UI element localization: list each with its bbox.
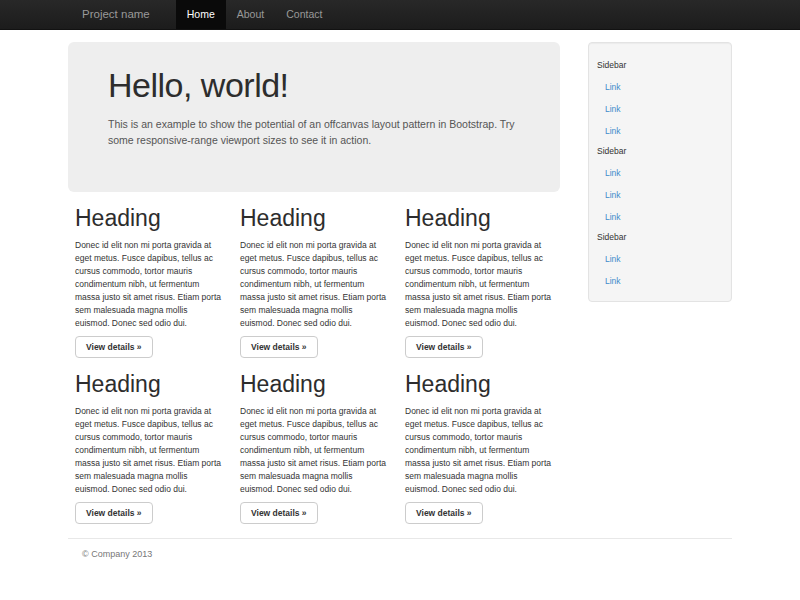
sidebar-group-title: Sidebar	[589, 59, 731, 71]
sidebar-link[interactable]: Link	[589, 81, 731, 93]
card-body-text: Donec id elit non mi porta gravida at eg…	[75, 405, 224, 496]
card-body-text: Donec id elit non mi porta gravida at eg…	[240, 405, 389, 496]
sidebar-group-title: Sidebar	[589, 145, 731, 157]
sidebar-group-2: Sidebar Link Link Link	[589, 145, 731, 223]
sidebar-link[interactable]: Link	[589, 189, 731, 201]
jumbotron-subtitle: This is an example to show the potential…	[108, 116, 520, 148]
sidebar-link[interactable]: Link	[589, 211, 731, 223]
card-heading: Heading	[240, 371, 389, 397]
navbar: Project name Home About Contact	[0, 0, 800, 30]
card: Heading Donec id elit non mi porta gravi…	[233, 371, 398, 524]
sidebar-link[interactable]: Link	[589, 103, 731, 115]
content-layout: Hello, world! This is an example to show…	[68, 30, 732, 524]
navbar-inner: Project name Home About Contact	[68, 0, 732, 29]
card: Heading Donec id elit non mi porta gravi…	[68, 205, 233, 358]
main-content: Hello, world! This is an example to show…	[68, 30, 563, 524]
jumbotron: Hello, world! This is an example to show…	[68, 42, 560, 192]
footer: © Company 2013	[68, 538, 732, 559]
cards-row-2: Heading Donec id elit non mi porta gravi…	[68, 371, 563, 524]
sidebar-link[interactable]: Link	[589, 167, 731, 179]
nav-item-contact[interactable]: Contact	[275, 0, 333, 29]
view-details-button[interactable]: View details »	[75, 336, 153, 358]
card: Heading Donec id elit non mi porta gravi…	[398, 205, 563, 358]
sidebar-link[interactable]: Link	[589, 275, 731, 287]
card-body-text: Donec id elit non mi porta gravida at eg…	[75, 239, 224, 330]
page-container: Hello, world! This is an example to show…	[68, 30, 732, 559]
sidebar-group-title: Sidebar	[589, 231, 731, 243]
view-details-button[interactable]: View details »	[75, 502, 153, 524]
jumbotron-title: Hello, world!	[108, 66, 520, 105]
card-heading: Heading	[240, 205, 389, 231]
sidebar-link[interactable]: Link	[589, 253, 731, 265]
sidebar-link[interactable]: Link	[589, 125, 731, 137]
card-body-text: Donec id elit non mi porta gravida at eg…	[405, 405, 554, 496]
card: Heading Donec id elit non mi porta gravi…	[68, 371, 233, 524]
nav-item-about[interactable]: About	[226, 0, 275, 29]
card-heading: Heading	[75, 371, 224, 397]
card-body-text: Donec id elit non mi porta gravida at eg…	[240, 239, 389, 330]
nav-item-home[interactable]: Home	[176, 0, 226, 29]
card-heading: Heading	[405, 205, 554, 231]
view-details-button[interactable]: View details »	[240, 336, 318, 358]
card: Heading Donec id elit non mi porta gravi…	[233, 205, 398, 358]
sidebar-group-3: Sidebar Link Link	[589, 231, 731, 287]
copyright-text: © Company 2013	[82, 549, 732, 559]
navbar-brand[interactable]: Project name	[68, 0, 164, 29]
view-details-button[interactable]: View details »	[405, 336, 483, 358]
view-details-button[interactable]: View details »	[405, 502, 483, 524]
card-heading: Heading	[75, 205, 224, 231]
sidebar: Sidebar Link Link Link Sidebar Link Link…	[588, 42, 732, 302]
card-heading: Heading	[405, 371, 554, 397]
card: Heading Donec id elit non mi porta gravi…	[398, 371, 563, 524]
sidebar-group-1: Sidebar Link Link Link	[589, 59, 731, 137]
card-body-text: Donec id elit non mi porta gravida at eg…	[405, 239, 554, 330]
navbar-menu: Home About Contact	[176, 0, 334, 29]
cards-row-1: Heading Donec id elit non mi porta gravi…	[68, 205, 563, 358]
view-details-button[interactable]: View details »	[240, 502, 318, 524]
